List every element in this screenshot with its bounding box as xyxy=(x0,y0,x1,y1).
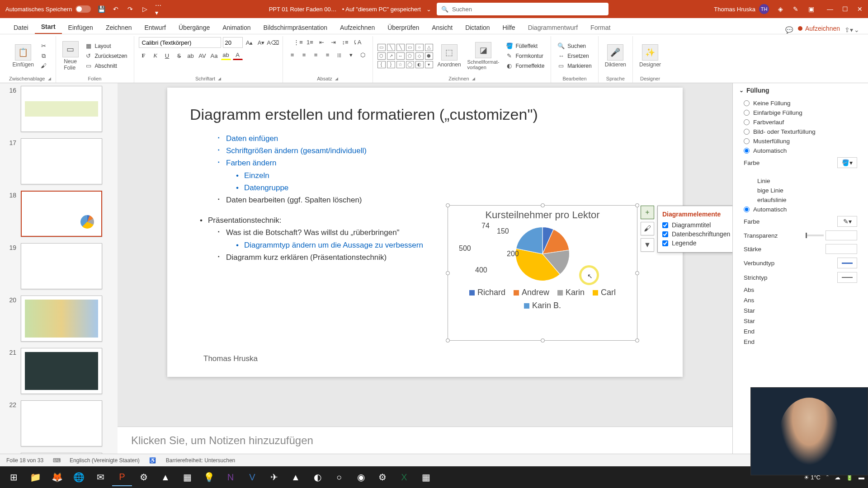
file-explorer-icon[interactable]: 📁 xyxy=(25,468,45,486)
slide-thumbnail-22[interactable] xyxy=(21,400,102,446)
minimize-icon[interactable]: — xyxy=(827,5,833,13)
tab-ueberpruefen[interactable]: Überprüfen xyxy=(381,20,425,34)
tab-start[interactable]: Start xyxy=(35,19,62,34)
search-box[interactable]: 🔍 Suchen xyxy=(437,3,609,15)
fill-option-solid[interactable]: Einfarbige Füllung xyxy=(739,108,862,117)
slide-thumbnail-16[interactable] xyxy=(21,86,102,132)
app-icon-5[interactable]: ▲ xyxy=(286,468,306,486)
underline-button[interactable]: U xyxy=(162,51,172,61)
new-slide-button[interactable]: ▭ Neue Folie xyxy=(61,39,80,73)
layout-button[interactable]: ▦Layout xyxy=(83,42,129,50)
fill-option-gradient[interactable]: Farbverlauf xyxy=(739,117,862,127)
language-icon[interactable]: ⌨ xyxy=(52,457,61,464)
vlc-icon[interactable]: ▲ xyxy=(156,468,175,486)
fill-option-auto[interactable]: Automatisch xyxy=(739,146,862,155)
language-indicator[interactable]: Englisch (Vereinigte Staaten) xyxy=(70,457,140,464)
designer-button[interactable]: ✨Designer xyxy=(637,42,663,70)
font-size-input[interactable] xyxy=(223,37,243,48)
qat-more-icon[interactable]: ⋯▾ xyxy=(155,5,163,13)
paste-button[interactable]: 📋 Einfügen xyxy=(11,42,36,70)
chart-elements-button[interactable]: + xyxy=(641,206,654,219)
slide-thumbnail-21[interactable] xyxy=(21,348,102,394)
tab-zeichnen[interactable]: Zeichnen xyxy=(99,20,138,34)
settings-icon[interactable]: ⚙ xyxy=(373,468,392,486)
popup-checkbox-datalabels[interactable]: Datenbeschriftungen xyxy=(662,230,732,239)
accessibility-indicator[interactable]: Barrierefreiheit: Untersuchen xyxy=(166,457,235,464)
share-icon[interactable]: ⇪▾ xyxy=(844,26,853,34)
selection-handle[interactable] xyxy=(446,203,450,207)
maximize-icon[interactable]: ☐ xyxy=(842,5,848,13)
tab-aufzeichnen[interactable]: Aufzeichnen xyxy=(334,20,381,34)
columns-button[interactable]: ⫼ xyxy=(335,50,344,60)
app-icon-8[interactable]: ◉ xyxy=(351,468,371,486)
bold-button[interactable]: F xyxy=(139,51,149,61)
toggle-switch[interactable] xyxy=(75,5,91,13)
width-input[interactable] xyxy=(826,244,857,254)
char-spacing-button[interactable]: AV xyxy=(198,51,208,61)
transparency-slider[interactable] xyxy=(806,235,824,236)
onenote-icon[interactable]: N xyxy=(221,468,241,486)
font-family-select[interactable] xyxy=(139,37,221,48)
align-center-button[interactable]: ≡ xyxy=(299,50,309,60)
align-left-button[interactable]: ≡ xyxy=(288,50,297,60)
tab-ansicht[interactable]: Ansicht xyxy=(425,20,459,34)
grow-font-icon[interactable]: A▴ xyxy=(245,38,255,47)
firefox-icon[interactable]: 🦊 xyxy=(47,468,67,486)
user-badge[interactable]: Thomas Hruska TH xyxy=(714,4,769,14)
decrease-indent-button[interactable]: ⇤ xyxy=(317,37,327,47)
quick-styles-button[interactable]: ◪Schnellformat- vorlagen xyxy=(466,40,501,72)
notes-pane[interactable]: Klicken Sie, um Notizen hinzuzufügen xyxy=(118,427,732,454)
increase-indent-button[interactable]: ⇥ xyxy=(329,37,339,47)
section-button[interactable]: ▭Abschnitt xyxy=(83,62,129,70)
format-painter-button[interactable]: 🖌 xyxy=(38,62,49,70)
outlook-icon[interactable]: ✉ xyxy=(90,468,110,486)
app-icon-1[interactable]: ⚙ xyxy=(134,468,154,486)
align-text-button[interactable]: ▾ xyxy=(346,50,356,60)
shape-effects-button[interactable]: ◐Formeffekte xyxy=(504,62,547,70)
text-direction-button[interactable]: ⤹A xyxy=(352,37,362,47)
slide-thumbnail-23[interactable] xyxy=(21,453,102,454)
line-option-auto[interactable]: Automatisch xyxy=(739,205,862,214)
smartart-button[interactable]: ⬡ xyxy=(358,50,368,60)
app-icon-7[interactable]: ○ xyxy=(329,468,349,486)
from-beginning-icon[interactable]: ▷ xyxy=(141,5,149,13)
pen-icon[interactable]: ✎ xyxy=(792,5,800,13)
font-color-button[interactable]: A xyxy=(233,51,243,60)
app-icon-2[interactable]: ▦ xyxy=(177,468,197,486)
chart-styles-button[interactable]: 🖌 xyxy=(641,222,654,235)
replace-button[interactable]: ↔Ersetzen xyxy=(556,52,593,60)
align-right-button[interactable]: ≡ xyxy=(311,50,321,60)
slide-thumbnail-19[interactable] xyxy=(21,243,102,289)
line-spacing-button[interactable]: ↕≡ xyxy=(340,37,350,47)
italic-button[interactable]: K xyxy=(151,51,160,61)
fill-color-picker[interactable]: 🪣▾ xyxy=(837,157,857,168)
tab-bildschirmpraesentation[interactable]: Bildschirmpräsentation xyxy=(257,20,334,34)
clear-format-icon[interactable]: A⌫ xyxy=(268,38,278,47)
save-icon[interactable]: 💾 xyxy=(97,5,105,13)
telegram-icon[interactable]: ✈ xyxy=(264,468,284,486)
selection-handle[interactable] xyxy=(541,338,545,343)
popup-checkbox-title[interactable]: Diagrammtitel xyxy=(662,221,732,230)
fill-option-pattern[interactable]: Musterfüllung xyxy=(739,136,862,146)
app-icon-9[interactable]: ▦ xyxy=(416,468,436,486)
fill-option-picture[interactable]: Bild- oder Texturfüllung xyxy=(739,127,862,136)
justify-button[interactable]: ≡ xyxy=(323,50,333,60)
tab-diagrammentwurf[interactable]: Diagrammentwurf xyxy=(522,20,584,34)
app-icon-3[interactable]: 💡 xyxy=(199,468,219,486)
record-button[interactable]: Aufzeichnen xyxy=(793,23,844,34)
bullets-button[interactable]: ⋮≡ xyxy=(293,37,303,47)
selection-handle[interactable] xyxy=(541,203,545,207)
start-button[interactable]: ⊞ xyxy=(4,468,24,486)
copy-button[interactable]: ⧉ xyxy=(38,52,49,60)
chart-object[interactable]: Kursteilnehmer pro Lektor xyxy=(448,205,637,341)
shadow-button[interactable]: ab xyxy=(186,51,196,61)
popup-checkbox-legend[interactable]: Legende xyxy=(662,239,732,248)
redo-icon[interactable]: ↷ xyxy=(126,5,134,13)
line-option-partial-3[interactable]: erlaufslinie xyxy=(739,195,862,205)
chart-legend[interactable]: Richard Andrew Karin Carl Karin B. xyxy=(448,288,637,310)
fill-option-none[interactable]: Keine Füllung xyxy=(739,99,862,108)
line-color-picker[interactable]: ✎▾ xyxy=(837,216,857,227)
undo-icon[interactable]: ↶ xyxy=(112,5,120,13)
reset-button[interactable]: ↺Zurücksetzen xyxy=(83,52,129,60)
close-icon[interactable]: ✕ xyxy=(857,5,863,13)
